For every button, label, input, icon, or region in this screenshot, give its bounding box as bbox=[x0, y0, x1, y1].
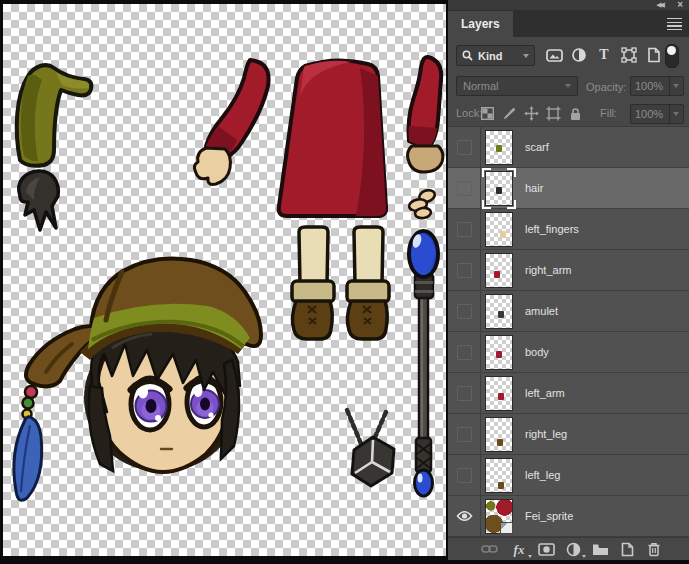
chevron-down-icon bbox=[523, 54, 529, 58]
lock-all-padlock-icon[interactable] bbox=[566, 105, 584, 122]
thumbnail-mark bbox=[498, 393, 504, 400]
thumbnail-mark bbox=[496, 351, 502, 358]
layer-thumbnail[interactable] bbox=[485, 130, 513, 165]
toggle-ball bbox=[667, 46, 676, 55]
layers-toolbar: fx bbox=[448, 537, 689, 560]
blend-mode-value: Normal bbox=[463, 80, 498, 92]
opacity-label: Opacity: bbox=[586, 81, 626, 93]
layer-thumbnail[interactable] bbox=[485, 499, 513, 534]
body-dress-art bbox=[279, 60, 386, 216]
layer-style-fx-icon[interactable]: fx bbox=[509, 540, 529, 558]
layer-row[interactable]: left_arm bbox=[448, 373, 689, 414]
layers-panel: ◀◀ × Layers Kind T bbox=[448, 0, 689, 559]
blend-mode-select[interactable]: Normal bbox=[456, 76, 578, 96]
filter-row: Kind T bbox=[448, 37, 689, 72]
panel-title-strip: ◀◀ × bbox=[448, 0, 689, 10]
thumbnail-mark bbox=[497, 439, 503, 446]
thumbnail-mark bbox=[496, 187, 502, 194]
visibility-toggle[interactable] bbox=[448, 373, 481, 413]
document-canvas[interactable] bbox=[3, 4, 446, 556]
visibility-toggle[interactable] bbox=[448, 250, 481, 290]
new-layer-icon[interactable] bbox=[617, 540, 637, 558]
collapse-panels-icon[interactable]: ◀◀ bbox=[656, 0, 663, 10]
layer-name: amulet bbox=[525, 305, 558, 317]
add-layer-mask-icon[interactable] bbox=[536, 540, 556, 558]
head-art bbox=[14, 258, 261, 500]
layer-name: right_arm bbox=[525, 264, 571, 276]
layer-thumbnail[interactable] bbox=[485, 376, 513, 411]
chevron-down-icon bbox=[673, 112, 679, 116]
visibility-toggle[interactable] bbox=[448, 332, 481, 372]
layer-row[interactable]: hair bbox=[448, 168, 689, 209]
new-adjustment-layer-icon[interactable] bbox=[563, 540, 583, 558]
lock-position-move-icon[interactable] bbox=[522, 105, 540, 122]
panel-menu-icon[interactable] bbox=[667, 18, 682, 30]
layer-row[interactable]: right_arm bbox=[448, 250, 689, 291]
visibility-box bbox=[457, 468, 472, 483]
layer-name: hair bbox=[525, 182, 543, 194]
fingers-art bbox=[408, 188, 436, 219]
type-layers-filter-icon[interactable]: T bbox=[594, 46, 614, 64]
staff-art bbox=[409, 231, 438, 496]
amulet-art bbox=[347, 410, 394, 486]
layer-thumbnail[interactable] bbox=[485, 171, 513, 206]
layer-row[interactable]: body bbox=[448, 332, 689, 373]
link-layers-icon[interactable] bbox=[479, 540, 499, 558]
visibility-toggle[interactable] bbox=[448, 414, 481, 454]
layer-name: scarf bbox=[525, 141, 549, 153]
shape-layers-filter-icon[interactable] bbox=[619, 46, 639, 64]
thumbnail-mark bbox=[498, 311, 504, 318]
layer-name: left_fingers bbox=[525, 223, 579, 235]
kind-label: Kind bbox=[478, 50, 502, 62]
layer-row[interactable]: amulet bbox=[448, 291, 689, 332]
close-panel-icon[interactable]: × bbox=[677, 0, 683, 10]
layer-row[interactable]: right_leg bbox=[448, 414, 689, 455]
thumbnail-mark bbox=[494, 271, 500, 278]
layer-thumbnail[interactable] bbox=[485, 458, 513, 493]
new-group-folder-icon[interactable] bbox=[590, 540, 610, 558]
layer-name: body bbox=[525, 346, 549, 358]
layer-row[interactable]: scarf bbox=[448, 127, 689, 168]
layer-name: left_arm bbox=[525, 387, 565, 399]
layer-thumbnail[interactable] bbox=[485, 417, 513, 452]
mini-dropdown-arrow bbox=[582, 555, 586, 558]
visibility-toggle[interactable] bbox=[448, 127, 481, 167]
pixel-layers-filter-icon[interactable] bbox=[544, 46, 564, 64]
kind-filter-dropdown[interactable]: Kind bbox=[456, 45, 535, 66]
fill-value-select[interactable]: 100% bbox=[630, 104, 684, 124]
visibility-toggle[interactable] bbox=[448, 168, 481, 208]
hair-tuft-art bbox=[19, 171, 59, 230]
lock-artboard-icon[interactable] bbox=[544, 105, 562, 122]
layer-thumbnail[interactable] bbox=[485, 294, 513, 329]
lock-row: Lock: Fill: 100% bbox=[448, 101, 689, 127]
adjustment-layers-filter-icon[interactable] bbox=[569, 46, 589, 64]
layer-thumbnail[interactable] bbox=[485, 212, 513, 247]
right-arm-art bbox=[408, 57, 443, 172]
delete-layer-trash-icon[interactable] bbox=[644, 540, 664, 558]
sprite-artwork bbox=[3, 4, 446, 556]
lock-pixels-brush-icon[interactable] bbox=[500, 105, 518, 122]
blend-row: Normal Opacity: 100% bbox=[448, 72, 689, 101]
layer-row[interactable]: left_leg bbox=[448, 455, 689, 496]
visibility-toggle[interactable] bbox=[448, 209, 481, 249]
visibility-box bbox=[457, 140, 472, 155]
search-icon bbox=[462, 50, 473, 61]
visibility-box bbox=[457, 345, 472, 360]
visibility-box bbox=[457, 386, 472, 401]
opacity-value-select[interactable]: 100% bbox=[630, 76, 684, 96]
tab-layers[interactable]: Layers bbox=[448, 11, 513, 37]
layer-thumbnail[interactable] bbox=[485, 335, 513, 370]
lock-transparency-icon[interactable] bbox=[478, 105, 496, 122]
visibility-toggle[interactable] bbox=[448, 455, 481, 495]
eye-icon bbox=[456, 510, 473, 522]
layer-row[interactable]: Fei_sprite bbox=[448, 496, 689, 537]
visibility-toggle[interactable] bbox=[448, 496, 481, 536]
layer-thumbnail[interactable] bbox=[485, 253, 513, 288]
filter-toggle-switch[interactable] bbox=[665, 44, 679, 68]
thumbnail-mark bbox=[500, 231, 506, 238]
smart-objects-filter-icon[interactable] bbox=[643, 46, 663, 64]
visibility-toggle[interactable] bbox=[448, 291, 481, 331]
scarf-art bbox=[17, 65, 92, 166]
layer-row[interactable]: left_fingers bbox=[448, 209, 689, 250]
layer-name: Fei_sprite bbox=[525, 510, 573, 522]
